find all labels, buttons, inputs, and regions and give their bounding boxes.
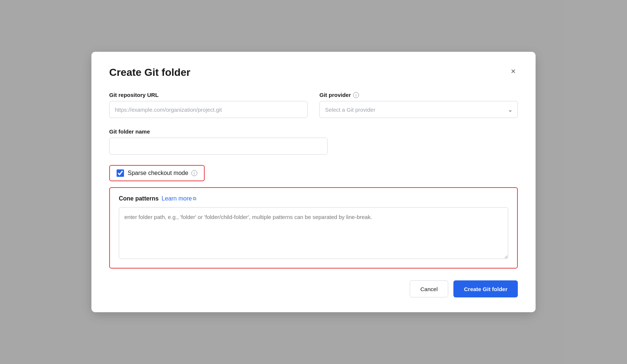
cone-patterns-header: Cone patterns Learn more ⧉ bbox=[119, 195, 508, 202]
cancel-button[interactable]: Cancel bbox=[410, 280, 449, 297]
git-repo-url-group: Git repository URL bbox=[109, 92, 308, 118]
sparse-checkout-label[interactable]: Sparse checkout mode i bbox=[109, 165, 205, 181]
git-provider-select[interactable]: Select a Git provider GitHub GitLab Bitb… bbox=[319, 101, 518, 118]
sparse-checkout-checkbox[interactable] bbox=[117, 169, 124, 177]
create-git-folder-button[interactable]: Create Git folder bbox=[453, 280, 518, 297]
git-provider-info-icon: i bbox=[353, 92, 359, 98]
modal-footer: Cancel Create Git folder bbox=[109, 280, 518, 297]
sparse-checkout-section: Sparse checkout mode i bbox=[109, 165, 518, 181]
git-folder-name-input[interactable] bbox=[109, 138, 328, 155]
git-provider-select-wrapper: Select a Git provider GitHub GitLab Bitb… bbox=[319, 101, 518, 118]
modal-header: Create Git folder × bbox=[109, 67, 518, 78]
git-folder-name-label: Git folder name bbox=[109, 128, 518, 135]
close-button[interactable]: × bbox=[509, 67, 518, 76]
sparse-checkout-text: Sparse checkout mode i bbox=[128, 170, 197, 176]
external-link-icon: ⧉ bbox=[193, 196, 196, 202]
git-folder-name-group: Git folder name bbox=[109, 128, 518, 155]
git-provider-group: Git provider i Select a Git provider Git… bbox=[319, 92, 518, 118]
git-repo-url-input[interactable] bbox=[109, 101, 308, 118]
cone-patterns-section: Cone patterns Learn more ⧉ bbox=[109, 187, 518, 269]
sparse-checkout-info-icon: i bbox=[191, 170, 197, 176]
form-row-1: Git repository URL Git provider i Select… bbox=[109, 92, 518, 118]
create-git-folder-modal: Create Git folder × Git repository URL G… bbox=[91, 52, 536, 312]
learn-more-link[interactable]: Learn more ⧉ bbox=[162, 195, 197, 202]
git-provider-label: Git provider i bbox=[319, 92, 518, 98]
git-repo-url-label: Git repository URL bbox=[109, 92, 308, 98]
cone-patterns-textarea[interactable] bbox=[119, 207, 508, 259]
modal-overlay: Create Git folder × Git repository URL G… bbox=[0, 0, 627, 364]
modal-title: Create Git folder bbox=[109, 67, 190, 78]
